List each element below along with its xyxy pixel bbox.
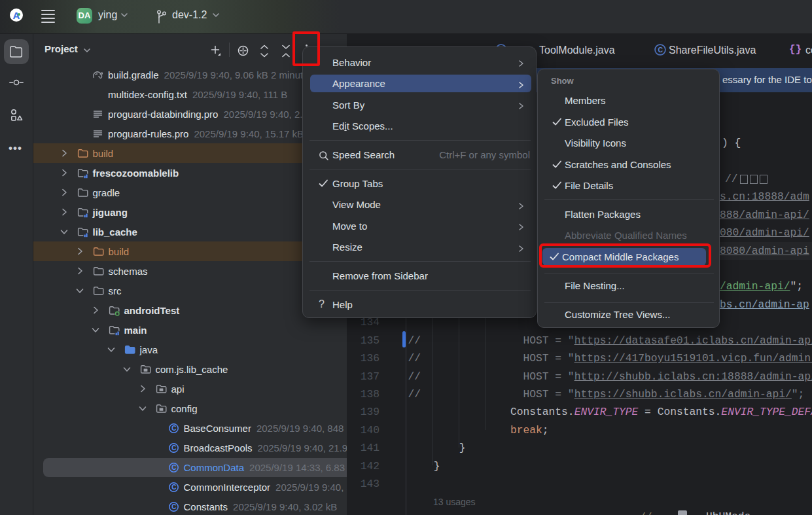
svg-text:C: C [171, 464, 176, 471]
svg-text:C: C [658, 46, 663, 54]
svg-text:C: C [171, 444, 176, 452]
svg-text:C: C [171, 484, 176, 491]
svg-text:C: C [171, 425, 176, 432]
svg-text:C: C [171, 503, 176, 510]
